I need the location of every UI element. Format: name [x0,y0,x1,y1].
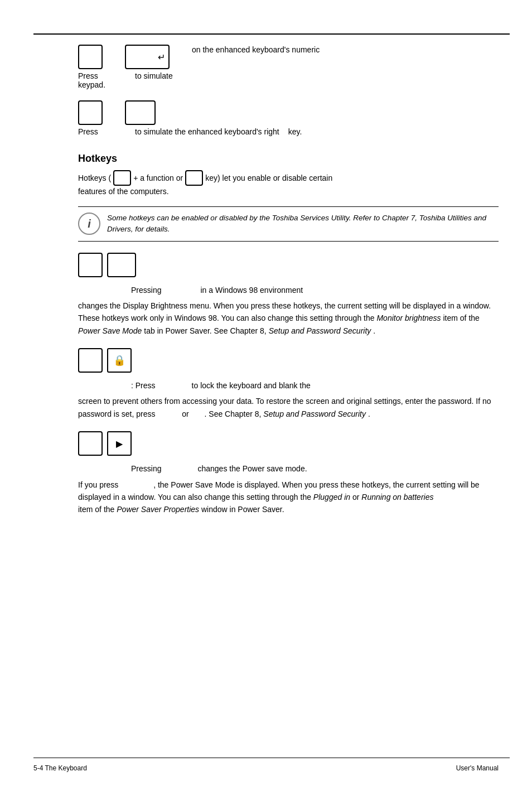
pressing2-body: screen to prevent others from accessing … [78,395,499,420]
section-brightness: Pressing in a Windows 98 environment cha… [78,253,499,337]
keys-row-2 [78,100,499,125]
power-symbol: ▶ [116,438,123,449]
to-simulate-label-1: to simulate [135,71,173,80]
lock-symbol: 🔒 [113,354,125,367]
lock-key-icon: 🔒 [107,348,132,373]
fn-key-hotkey2 [185,170,203,186]
hotkeys-desc-part2: + a function or [133,172,183,184]
hotkeys-desc: Hotkeys ( + a function or key) let you e… [78,170,499,197]
pressing3-or: or [352,493,359,502]
pressing2-first-line: : Press to lock the keyboard and blank t… [78,379,499,392]
keypad-label: keypad. [78,80,499,89]
pressing3-if-you-press: If you press [78,480,118,489]
pressing3-body: If you press , the Power Save Mode is di… [78,479,499,516]
section-lock: 🔒 : Press to lock the keyboard and blank… [78,348,499,420]
to-simulate-right-label: to simulate the enhanced keyboard's righ… [135,127,279,136]
footer-left: 5-4 The Keyboard [33,764,87,772]
footer: 5-4 The Keyboard User's Manual [33,764,499,772]
pressing2-colon-press: : Press [131,379,156,392]
pressing1-body-text3: tab in Power Saver. See Chapter 8, [144,326,266,335]
right-key-icon [125,100,156,125]
section-press-right: Press to simulate the enhanced keyboard'… [78,100,499,136]
fn-key-hotkey [113,170,131,186]
top-rule [33,33,510,35]
fn-key-lock [78,348,103,373]
power-key-icon: ▶ [107,431,132,456]
pressing3-italic3: Power Saver Properties [117,505,199,514]
brightness-key [107,253,136,277]
bottom-rule [33,758,510,758]
enter-key-icon-1: ↵ [125,45,170,69]
fn-key-icon-2 [78,100,103,125]
on-enhanced-label: on the enhanced keyboard's numeric [192,45,320,56]
pressing1-label: Pressing [131,284,161,296]
info-text: Some hotkeys can be enabled or disabled … [107,213,499,235]
pressing3-changes: changes the Power save mode. [197,462,307,475]
pressing2-period2: . [368,409,370,418]
hotkeys-heading: Hotkeys [78,153,499,165]
pressing1-in-windows: in a Windows 98 environment [200,284,303,296]
pressing1-body-text2: item of the [443,314,480,322]
pressing1-body-text4: . [373,326,375,335]
fn-key-icon-1 [78,45,103,69]
pressing1-first-line: Pressing in a Windows 98 environment [78,284,499,296]
pressing2-or: or [182,409,188,418]
hotkeys-desc-part1: Hotkeys ( [78,172,111,184]
brightness-keys-row [78,253,499,277]
section-press-numeric: ↵ on the enhanced keyboard's numeric Pre… [78,45,499,89]
press-label-2: Press [78,127,100,136]
pressing2-period: . See Chapter 8, [205,409,262,418]
lock-keys-row: 🔒 [78,348,499,373]
key-label: key. [288,127,302,136]
info-box: i Some hotkeys can be enabled or disable… [78,206,499,242]
section-power: ▶ Pressing changes the Power save mode. … [78,431,499,516]
pressing3-pressing: Pressing [131,462,161,475]
pressing1-body: changes the Display Brightness menu. Whe… [78,300,499,337]
fn-key-brightness [78,253,103,277]
pressing3-first-line: Pressing changes the Power save mode. [78,462,499,475]
info-icon: i [78,213,100,235]
keys-row-1: ↵ on the enhanced keyboard's numeric [78,45,499,69]
press-label-1: Press [78,71,100,80]
power-keys-row: ▶ [78,431,499,456]
pressing3-italic2: Running on batteries [361,493,433,502]
page-container: ↵ on the enhanced keyboard's numeric Pre… [0,0,532,786]
footer-right: User's Manual [456,764,499,772]
pressing1-italic1: Monitor brightness [376,314,441,322]
pressing2-italic1: Setup and Password Security [263,409,366,418]
fn-key-power [78,431,103,456]
hotkeys-desc-part3: key) let you enable or disable certain [205,172,332,184]
pressing3-body-text3: window in Power Saver. [201,505,284,514]
press-right-text-row: Press to simulate the enhanced keyboard'… [78,127,499,136]
pressing1-italic2: Power Save Mode [78,326,142,335]
pressing2-to-lock: to lock the keyboard and blank the [192,379,311,392]
pressing3-body-text2: item of the [78,505,114,514]
main-content: ↵ on the enhanced keyboard's numeric Pre… [78,39,499,527]
pressing3-italic1: Plugged in [313,493,350,502]
press-keypad-text-row: Press to simulate [78,71,499,80]
pressing1-italic3: Setup and Password Security [269,326,371,335]
hotkeys-desc-line1: Hotkeys ( + a function or key) let you e… [78,170,499,186]
hotkeys-desc-line2: features of the computers. [78,186,499,197]
